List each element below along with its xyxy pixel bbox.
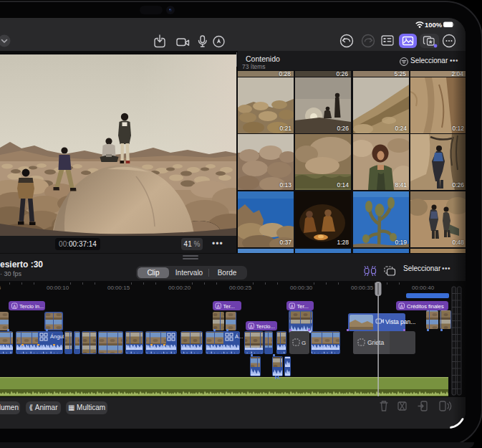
svg-text:Ter...: Ter... bbox=[297, 303, 309, 310]
svg-text:00:00:10: 00:00:10 bbox=[47, 285, 69, 291]
svg-text:00:00:15: 00:00:15 bbox=[107, 285, 130, 291]
svg-text:Á...: Á... bbox=[235, 333, 243, 340]
svg-text:00:00:20: 00:00:20 bbox=[168, 285, 191, 291]
svg-text:Grieta: Grieta bbox=[367, 339, 384, 346]
svg-text:A: A bbox=[291, 304, 294, 309]
svg-text:Vista pan...: Vista pan... bbox=[385, 318, 415, 325]
svg-text:00:00:40: 00:00:40 bbox=[412, 285, 435, 291]
svg-text:00:00:30: 00:00:30 bbox=[290, 285, 313, 291]
svg-text:00:00:35: 00:00:35 bbox=[351, 285, 374, 291]
svg-text:00:00:25: 00:00:25 bbox=[229, 285, 252, 291]
svg-text:00:00:05: 00:00:05 bbox=[0, 285, 1, 291]
svg-text:A: A bbox=[400, 304, 404, 309]
svg-text:G: G bbox=[302, 340, 306, 346]
svg-text:A: A bbox=[250, 324, 254, 329]
svg-text:Tercio in...: Tercio in... bbox=[19, 303, 44, 310]
svg-text:100%: 100% bbox=[425, 21, 443, 29]
svg-text:Ter...: Ter... bbox=[223, 303, 235, 310]
svg-text:A: A bbox=[13, 304, 16, 309]
svg-text:Tercio...: Tercio... bbox=[256, 323, 275, 330]
svg-text:Créditos finales: Créditos finales bbox=[407, 303, 444, 310]
svg-text:H.: H. bbox=[275, 374, 281, 381]
svg-text:A: A bbox=[217, 304, 221, 309]
